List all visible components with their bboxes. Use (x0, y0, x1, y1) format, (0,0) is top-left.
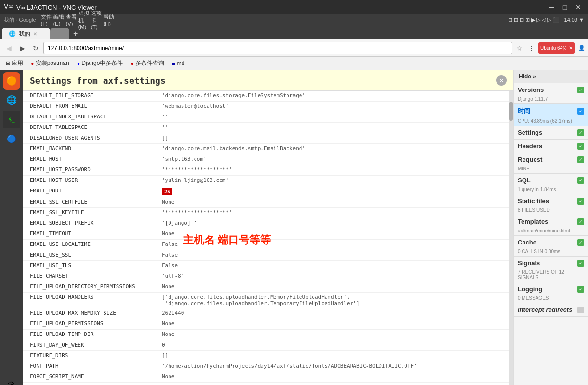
toolbar-item-static_files[interactable]: Static files✓8 FILES USED (514, 194, 588, 215)
toolbar-item-header[interactable]: Cache✓ (514, 236, 588, 249)
setting-value: None (158, 197, 509, 207)
menu-tab[interactable]: 选项卡(T) (91, 14, 103, 26)
toolbar-item-header[interactable]: 时间✓ (514, 104, 588, 118)
toolbar-item-title: Request (518, 156, 542, 163)
setting-value: [] (158, 133, 509, 143)
toolbar-checkbox[interactable] (577, 307, 584, 313)
toolbar-item-signals[interactable]: Signals✓7 RECEIVERS OF 12 SIGNALS (514, 257, 588, 282)
close-button[interactable]: ✕ (573, 2, 584, 12)
dock-firefox[interactable]: 🌐 (3, 91, 20, 109)
ubuntu-tab[interactable]: Ubuntu 64位 ✕ (538, 42, 575, 54)
reload-button[interactable]: ↻ (30, 42, 41, 54)
toolbar-checkbox[interactable]: ✓ (577, 143, 584, 150)
toolbar-item-title: Signals (518, 259, 540, 267)
toolbar-item-intercept_redirects[interactable]: Intercept redirects (514, 303, 588, 317)
table-row: EMAIL_SSL_CERTFILENone (23, 197, 509, 208)
table-row: EMAIL_PORT25 (23, 186, 509, 197)
bookmark-md[interactable]: ■ md (169, 59, 187, 68)
toolbar-item-header[interactable]: Intercept redirects (514, 303, 588, 316)
menu-vm[interactable]: 虚拟机(M) (78, 14, 90, 26)
toolbar-checkbox[interactable]: ✓ (577, 87, 584, 93)
bookmark-django-label: Django中多条件 (81, 59, 123, 67)
toolbar-item-cache[interactable]: Cache✓0 CALLS IN 0.00ms (514, 236, 588, 257)
setting-key: EMAIL_HOST_PASSWORD (23, 165, 158, 175)
toolbar-item-headers[interactable]: Headers✓ (514, 140, 588, 153)
table-row: FILE_CHARSET'utf-8' (23, 271, 509, 282)
toolbar-checkbox[interactable]: ✓ (577, 260, 584, 267)
toolbar-item-sql[interactable]: SQL✓1 query in 1.84ms (514, 174, 588, 194)
toolbar-item-templates[interactable]: Templates✓axf/main/mine/mine.html (514, 215, 588, 236)
toolbar-item-subtitle: 1 query in 1.84ms (514, 187, 588, 194)
dock-pycharm[interactable]: 🔵 (3, 130, 20, 147)
menu-view[interactable]: 查看(V) (66, 14, 78, 26)
bookmark-apps[interactable]: ⊞ 应用 (3, 58, 26, 68)
toolbar-item-versions[interactable]: Versions✓Django 1.11.7 (514, 83, 588, 104)
back-button[interactable]: ◀ (3, 42, 14, 54)
toolbar-item-header[interactable]: Headers✓ (514, 140, 588, 153)
toolbar-item-header[interactable]: Logging✓ (514, 282, 588, 295)
minimize-button[interactable]: ─ (546, 2, 557, 12)
scroll-thumb[interactable] (509, 102, 513, 121)
maximize-button[interactable]: □ (559, 2, 571, 12)
setting-value: False (158, 250, 509, 260)
query-icon: ● (131, 61, 134, 66)
settings-content: DEFAULT_FILE_STORAGE'django.core.files.s… (23, 91, 513, 385)
menu-edit[interactable]: 编辑(E) (53, 14, 65, 26)
setting-key: EMAIL_PORT (23, 186, 158, 197)
tab-2[interactable] (50, 28, 69, 39)
bookmark-query[interactable]: ● 多条件查询 (128, 58, 167, 68)
toolbar-checkbox[interactable]: ✓ (577, 156, 584, 163)
toolbar-checkbox[interactable]: ✓ (577, 239, 584, 246)
toolbar-item-settings[interactable]: Settings✓ (514, 126, 588, 140)
address-bar[interactable] (43, 42, 512, 54)
toolbar-item-header[interactable]: Versions✓ (514, 83, 588, 96)
toolbar-item-request[interactable]: Request✓MINE (514, 153, 588, 174)
toolbar-item-time[interactable]: 时间✓CPU: 43.89ms (62.17ms) (514, 104, 588, 126)
setting-value: 'django.core.files.storage.FileSystemSto… (158, 91, 509, 101)
dock-ubuntu[interactable]: 🟠 (3, 72, 20, 90)
tab-close-button[interactable]: ✕ (33, 31, 37, 37)
setting-value: False (158, 240, 509, 250)
setting-value: None (158, 229, 509, 239)
toolbar-item-header[interactable]: Static files✓ (514, 194, 588, 207)
dock-trash[interactable]: 🗑 (3, 376, 20, 385)
setting-key: FIRST_DAY_OF_WEEK (23, 340, 158, 350)
toolbar-checkbox[interactable]: ✓ (577, 286, 584, 293)
toolbar-checkbox[interactable]: ✓ (577, 177, 584, 184)
setting-key: EMAIL_SSL_CERTFILE (23, 197, 158, 207)
tab-mine[interactable]: 🌐 我的 ✕ (2, 28, 50, 39)
email-port-icon: 25 (162, 188, 172, 195)
toolbar-checkbox[interactable]: ✓ (577, 218, 584, 225)
bookmark-django[interactable]: ● Django中多条件 (74, 58, 126, 68)
setting-value: 'yulin_ljing@163.com' (158, 176, 509, 186)
bookmark-query-label: 多条件查询 (135, 59, 164, 67)
toolbar-checkbox[interactable]: ✓ (577, 129, 584, 136)
scrollbar[interactable] (509, 91, 513, 385)
bookmarks-bar: ⊞ 应用 ● 安装postman ● Django中多条件 ● 多条件查询 ■ … (0, 57, 588, 70)
bookmark-star[interactable]: ☆ (514, 44, 524, 52)
toolbar-item-header[interactable]: Request✓ (514, 153, 588, 166)
toolbar-item-header[interactable]: Settings✓ (514, 126, 588, 139)
hide-button[interactable]: Hide » (519, 73, 536, 80)
table-row: FILE_UPLOAD_MAX_MEMORY_SIZE2621440 (23, 308, 509, 319)
table-row: FIRST_DAY_OF_WEEK0 (23, 340, 509, 351)
bookmark-apps-label: 应用 (12, 59, 23, 67)
bookmark-postman[interactable]: ● 安装postman (28, 58, 72, 68)
forward-button[interactable]: ▶ (16, 42, 28, 54)
settings-close-button[interactable]: ✕ (496, 75, 507, 86)
toolbar-item-header[interactable]: SQL✓ (514, 174, 588, 187)
toolbar-item-logging[interactable]: Logging✓0 MESSAGES (514, 282, 588, 303)
new-tab-button[interactable]: + (69, 28, 81, 39)
main-area: 🟠 🌐 $_ 🔵 🗑 Settings from axf.settings ✕ … (0, 70, 588, 385)
toolbar-item-header[interactable]: Templates✓ (514, 215, 588, 228)
settings-menu-btn[interactable]: ⋮ (526, 44, 536, 51)
menu-help[interactable]: 帮助(H) (104, 14, 115, 26)
menu-file[interactable]: 文件(F) (41, 14, 52, 26)
setting-value: None (158, 319, 509, 329)
toolbar-item-header[interactable]: Signals✓ (514, 257, 588, 270)
toolbar-checkbox[interactable]: ✓ (577, 108, 584, 115)
browser-content: Settings from axf.settings ✕ DEFAULT_FIL… (23, 70, 588, 385)
toolbar-checkbox[interactable]: ✓ (577, 198, 584, 205)
dock-terminal[interactable]: $_ (3, 111, 20, 128)
postman-icon: ● (31, 61, 34, 66)
